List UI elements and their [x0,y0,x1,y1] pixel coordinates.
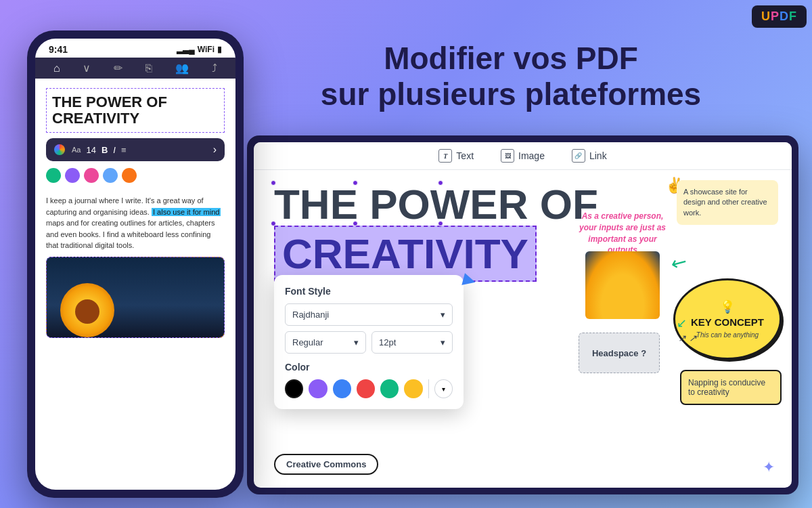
phone-mockup: 9:41 ▂▃▄ WiFi ▮ ⌂ ∨ ✏ ⎘ 👥 ⤴ THE POWER OF… [27,30,244,498]
font-size-phone: 14 [86,145,95,155]
size-chevron: ▾ [441,337,445,347]
font-name-value: Rajdhanji [292,310,329,320]
phone-icons: ▂▃▄ WiFi ▮ [177,45,222,54]
tablet-mockup: T Text 🖼 Image 🔗 Link THE POWER OF CREAT… [247,135,798,494]
font-style-value: Regular [292,337,323,347]
updf-logo: UPDF [752,5,807,28]
tablet-toolbar: T Text 🖼 Image 🔗 Link [254,142,792,170]
font-panel-title: Font Style [285,286,453,297]
color-orange[interactable] [122,168,137,183]
battery-icon: ▮ [217,45,222,54]
headspace-box: Headspace ? [579,333,660,373]
napping-box: Napping is conducive to creativity [680,370,782,405]
image-icon: 🖼 [501,149,514,163]
font-aa: Aa [72,146,81,154]
sunflower-center [75,299,99,324]
selection-handle-br [438,221,443,226]
selection-handle-tm [353,180,358,186]
font-name-select[interactable]: Rajdhanji ▾ [285,303,453,326]
format-controls: Aa 14 B I ≡ [72,145,127,155]
phone-inner: 9:41 ▂▃▄ WiFi ▮ ⌂ ∨ ✏ ⎘ 👥 ⤴ THE POWER OF… [35,39,235,490]
color-pink[interactable] [84,168,99,183]
link-icon: 🔗 [572,149,585,163]
logo-u: U [761,9,771,23]
key-concept-title: KEY CONCEPT [691,317,764,329]
selection-handle-bl [271,221,276,226]
scribble-lines: ↗ ↗ [678,333,697,343]
swatch-yellow[interactable] [404,379,422,398]
key-concept-subtitle: This can be anything [696,331,759,339]
color-pills [46,168,225,183]
toolbar-image[interactable]: 🖼 Image [501,149,545,163]
font-name-chevron: ▾ [441,310,445,320]
phone-status-bar: 9:41 ▂▃▄ WiFi ▮ [35,39,235,58]
phone-title-text: THE POWER OFCREATIVITY [52,93,167,127]
header-title: Modifier vos PDF sur plusieurs plateform… [264,41,758,112]
document-title-line2: CREATIVITY [282,230,528,277]
font-style-select[interactable]: Regular ▾ [285,331,366,354]
swatch-red[interactable] [357,379,375,398]
color-swatches: ▾ [285,379,453,398]
italic-button[interactable]: I [113,145,116,155]
scribble-left: ↙ [677,316,687,331]
key-concept-bubble: 💡 KEY CONCEPT This can be anything [673,278,782,360]
color-section-label: Color [285,362,453,373]
napping-text: Napping is conducive to creativity [688,378,765,397]
more-icon[interactable]: › [213,144,217,156]
phone-tool-edit[interactable]: ✏ [114,62,122,75]
phone-toolbar: ⌂ ∨ ✏ ⎘ 👥 ⤴ [35,58,235,79]
color-purple[interactable] [65,168,80,183]
creative-commons-label: Creative Commons [286,459,366,469]
wifi-icon: WiFi [198,45,215,54]
phone-tool-chevron[interactable]: ∨ [83,62,91,75]
swatch-green[interactable] [380,379,399,398]
color-picker-icon[interactable] [54,144,65,155]
logo-p: P [771,9,780,23]
swatch-blue[interactable] [333,379,351,398]
color-blue[interactable] [103,168,118,183]
phone-tool-home[interactable]: ⌂ [53,62,60,75]
header-text: Modifier vos PDF sur plusieurs plateform… [264,41,758,112]
phone-tool-copy[interactable]: ⎘ [145,62,152,75]
phone-tool-users[interactable]: 👥 [175,62,189,75]
tablet-inner: T Text 🖼 Image 🔗 Link THE POWER OF CREAT… [254,142,792,488]
phone-time: 9:41 [49,44,68,55]
document-title-line1: THE POWER OF [274,184,771,226]
phone-body-text: I keep a journal where I write. It's a g… [46,195,225,251]
swatch-more[interactable]: ▾ [434,379,453,398]
title-highlight-box: CREATIVITY [274,226,537,282]
toolbar-link[interactable]: 🔗 Link [572,149,607,163]
logo-d: D [780,9,789,23]
bold-button[interactable]: B [102,145,108,155]
creative-commons-button[interactable]: Creative Commons [274,454,378,475]
selection-handle-bm [353,221,358,226]
toolbar-text-label: Text [456,150,474,161]
selection-handle-tr [438,180,443,186]
star-icon: ✦ [763,459,775,476]
tablet-content: THE POWER OF CREATIVITY ▶ Font Style Raj… [254,170,792,482]
phone-image [46,257,225,338]
style-chevron: ▾ [354,337,359,347]
swatch-purple[interactable] [309,379,327,398]
font-size-value: 12pt [379,337,396,347]
signal-icon: ▂▃▄ [177,45,195,54]
font-row: Regular ▾ 12pt ▾ [285,331,453,354]
divider [428,379,429,398]
phone-content: THE POWER OFCREATIVITY Aa 14 B I ≡ › [35,79,235,347]
phone-tool-share[interactable]: ⤴ [212,62,217,75]
color-green[interactable] [46,168,61,183]
toolbar-image-label: Image [518,150,545,161]
font-panel: Font Style Rajdhanji ▾ Regular ▾ 12pt ▾ … [274,275,464,409]
font-size-select[interactable]: 12pt ▾ [371,331,453,354]
toolbar-text[interactable]: T Text [438,149,474,163]
lightbulb-icon: 💡 [720,299,735,314]
highlighted-text: I also use it for mind [152,208,221,216]
align-icon[interactable]: ≡ [121,145,127,155]
phone-document-title: THE POWER OFCREATIVITY [46,88,225,133]
logo-f: F [789,9,797,23]
selection-handle-tl [271,180,276,186]
headspace-label: Headspace ? [592,348,646,358]
document-title-area: THE POWER OF CREATIVITY [274,184,771,290]
toolbar-link-label: Link [589,150,607,161]
swatch-black[interactable] [285,379,303,398]
